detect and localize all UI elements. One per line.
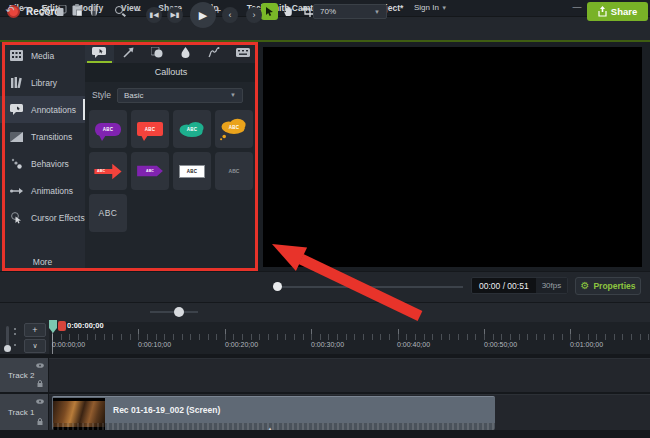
track-height-handle[interactable] — [4, 345, 11, 352]
chevron-down-icon: ▼ — [441, 5, 447, 11]
droplet-icon — [181, 47, 190, 58]
callout-red-rect-speech-bubble[interactable]: ABC — [131, 110, 169, 148]
scissors-icon — [40, 5, 51, 16]
gear-icon: ⚙ — [580, 281, 589, 291]
sidebar-item-cursor-effects[interactable]: Cursor Effects — [0, 204, 85, 231]
sign-in-menu[interactable]: Sign In ▼ — [414, 0, 447, 16]
tab-keystroke-callouts[interactable] — [228, 42, 257, 63]
ruler-minor-ticks — [52, 334, 650, 340]
split-button[interactable] — [87, 3, 101, 17]
panel-title: Callouts — [85, 63, 257, 82]
gutter-dot — [14, 344, 16, 346]
next-clip-button[interactable]: › — [246, 7, 262, 23]
fps-badge: 30fps — [536, 278, 568, 293]
sidebar-item-behaviors[interactable]: Behaviors — [0, 150, 85, 177]
track-1-header[interactable]: Track 1 — [0, 394, 49, 430]
collapse-tracks-button[interactable]: ∨ — [24, 339, 46, 353]
scrubber-handle[interactable] — [273, 282, 282, 291]
callout-purple-pentagon-arrow[interactable]: ABC — [131, 152, 169, 190]
step-back-button[interactable]: ▮◀ — [146, 7, 162, 23]
add-track-button[interactable]: + — [24, 323, 46, 337]
callout-purple-speech-bubble[interactable]: ABC — [89, 110, 127, 148]
callout-icon — [92, 47, 106, 58]
tab-shapes[interactable] — [142, 42, 171, 63]
playhead-in-handle[interactable] — [49, 320, 57, 333]
preview-canvas[interactable] — [263, 47, 642, 267]
camtasia-window: File Edit Modify View Share Help TechSmi… — [0, 0, 650, 438]
playhead-time: 0:00:00;00 — [67, 321, 104, 330]
cursor-arrow-icon — [264, 6, 275, 17]
sidebar-item-media[interactable]: Media — [0, 42, 85, 69]
clip-label: Rec 01-16-19_002 (Screen) — [113, 405, 220, 415]
step-forward-button[interactable]: ▶▮ — [167, 7, 183, 23]
callout-yellow-thought-cloud[interactable]: ABC — [215, 110, 253, 148]
playhead-out-handle[interactable] — [58, 321, 66, 331]
track-1-lane[interactable]: Rec 01-16-19_002 (Screen) ▲ — [49, 394, 650, 430]
squiggle-icon — [208, 47, 220, 58]
copy-button[interactable] — [54, 3, 68, 17]
undo-button[interactable]: ↶ — [3, 3, 17, 17]
media-icon — [10, 49, 23, 62]
keyboard-icon — [236, 48, 250, 57]
callout-white-rectangle[interactable]: ABC — [173, 152, 211, 190]
timeline-ruler[interactable]: 0:00:00;00 0:00:10;00 0:00:20;00 0:00:30… — [49, 322, 650, 354]
timecode-display: 00:00 / 00:51 30fps — [471, 277, 568, 294]
ruler-label: 0:00:10;00 — [138, 341, 171, 348]
track-2-header[interactable]: Track 2 — [0, 358, 49, 392]
callout-large-text[interactable]: ABC — [89, 194, 127, 232]
annotation-tabs — [85, 42, 257, 63]
sidebar-item-animations[interactable]: Animations — [0, 177, 85, 204]
tab-blur-highlight[interactable] — [171, 42, 200, 63]
canvas-zoom-select[interactable]: 70% ▼ — [313, 4, 387, 19]
playhead[interactable] — [49, 320, 66, 333]
sidebar-more-button[interactable]: More — [0, 257, 85, 267]
transitions-icon — [10, 130, 23, 143]
callout-red-arrow[interactable]: ABC — [89, 152, 127, 190]
redo-button[interactable]: ↷ — [20, 3, 34, 17]
tab-callouts[interactable] — [85, 42, 114, 63]
behaviors-icon — [10, 157, 23, 170]
timeline-clip[interactable]: Rec 01-16-19_002 (Screen) ▲ — [52, 396, 495, 430]
tab-sketch-motion[interactable] — [200, 42, 229, 63]
lock-icon[interactable] — [37, 380, 43, 387]
sidebar-item-library[interactable]: Library — [0, 69, 85, 96]
timeline-zoom-icon — [112, 3, 126, 17]
chevron-down-icon: ▼ — [374, 9, 380, 15]
preview-scrubber[interactable] — [277, 286, 463, 288]
callout-teal-cloud[interactable]: ABC — [173, 110, 211, 148]
properties-button[interactable]: ⚙ Properties — [575, 277, 641, 295]
annotations-panel: Callouts Style Basic ▼ ABC ABC ABC ABC — [85, 42, 257, 271]
style-row: Style Basic ▼ — [85, 84, 257, 106]
style-label: Style — [92, 90, 111, 100]
eye-icon[interactable] — [36, 399, 44, 404]
tab-arrow-callouts[interactable] — [114, 42, 143, 63]
select-tool-button[interactable] — [261, 3, 278, 20]
ruler-label: 0:01:00;00 — [570, 341, 603, 348]
library-icon — [10, 76, 23, 89]
share-button[interactable]: Share — [587, 2, 648, 21]
pan-tool-button[interactable] — [280, 3, 297, 20]
paste-button[interactable] — [70, 3, 84, 17]
style-select[interactable]: Basic ▼ — [117, 88, 243, 103]
zoom-out-button[interactable]: − — [131, 3, 145, 17]
lock-icon[interactable] — [37, 418, 43, 425]
minimize-button[interactable]: — — [568, 0, 586, 15]
magnifier-icon — [115, 6, 123, 14]
ruler-label: 0:00:50;00 — [484, 341, 517, 348]
cursor-effects-icon — [10, 211, 23, 224]
sidebar-item-annotations[interactable]: Annotations — [0, 96, 85, 123]
arrow-icon — [123, 47, 134, 58]
timeline-zoom-handle[interactable] — [174, 307, 184, 317]
gutter-dot — [14, 328, 16, 330]
eye-icon[interactable] — [36, 363, 44, 368]
hand-icon — [283, 6, 294, 17]
export-icon — [598, 6, 607, 17]
zoom-in-button[interactable]: + — [211, 3, 225, 17]
track-2-lane[interactable] — [49, 358, 650, 392]
ruler-label: 0:00:20;00 — [225, 341, 258, 348]
callout-plain-text[interactable]: ABC — [215, 152, 253, 190]
cut-button[interactable] — [38, 3, 52, 17]
animations-icon — [10, 184, 23, 197]
timeline-toolbar — [0, 302, 650, 322]
sidebar-item-transitions[interactable]: Transitions — [0, 123, 85, 150]
